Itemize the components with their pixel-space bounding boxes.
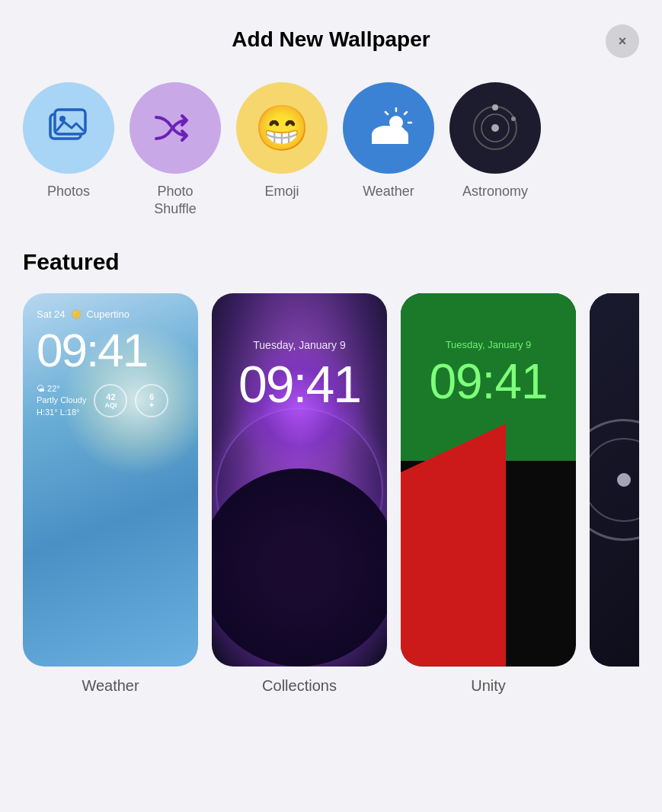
wallpaper-type-weather[interactable]: Weather xyxy=(343,82,434,219)
svg-line-4 xyxy=(405,112,407,114)
svg-rect-12 xyxy=(372,136,408,144)
weather-wp-top: Sat 24 ☀️ Cupertino xyxy=(37,308,184,320)
emoji-circle: 😁 xyxy=(236,82,328,174)
close-button[interactable]: × xyxy=(606,24,639,58)
weather-sun-icon: ☀️ xyxy=(70,308,82,320)
collections-wallpaper-label: Collections xyxy=(262,677,337,695)
unity-wallpaper-preview[interactable]: Tuesday, January 9 09:41 xyxy=(401,293,576,667)
weather-aqi-badge: 42 AQI xyxy=(94,384,127,417)
weather-date: Sat 24 xyxy=(37,308,66,320)
header: Add New Wallpaper × xyxy=(0,0,662,67)
wallpaper-type-shuffle[interactable]: PhotoShuffle xyxy=(130,82,221,219)
featured-item-weather[interactable]: Sat 24 ☀️ Cupertino 09:41 🌤 22° Partly C… xyxy=(23,293,198,695)
aqi-value: 42 xyxy=(106,392,115,401)
featured-item-unity[interactable]: Tuesday, January 9 09:41 Unity xyxy=(401,293,576,695)
collections-clock: 09:41 xyxy=(212,354,387,414)
wallpaper-type-emoji[interactable]: 😁 Emoji xyxy=(236,82,328,219)
collections-orb xyxy=(212,468,387,667)
emoji-label: Emoji xyxy=(264,183,299,200)
wallpaper-type-photos[interactable]: Photos xyxy=(23,82,114,219)
shuffle-label: PhotoShuffle xyxy=(154,183,197,219)
weather-stars-badge: 6 ✦ xyxy=(135,384,168,417)
weather-wallpaper-content: Sat 24 ☀️ Cupertino 09:41 🌤 22° Partly C… xyxy=(23,293,198,667)
weather-hilo: H:31° L:18° xyxy=(37,407,86,418)
weather-info: 🌤 22° Partly Cloudy H:31° L:18° xyxy=(37,383,86,418)
collections-wallpaper-preview[interactable]: Tuesday, January 9 09:41 xyxy=(212,293,387,667)
svg-point-17 xyxy=(511,117,516,121)
astronomy-partial-preview[interactable] xyxy=(590,293,639,667)
wallpaper-types-row: Photos PhotoShuffle 😁 Emoji xyxy=(0,67,662,234)
svg-rect-1 xyxy=(55,110,85,134)
weather-location: Cupertino xyxy=(87,308,130,320)
featured-section: Featured Sat 24 ☀️ Cupertino 09:41 xyxy=(0,234,662,695)
weather-circle xyxy=(343,82,434,174)
shuffle-icon xyxy=(153,111,197,145)
weather-temp-row: 🌤 22° xyxy=(37,383,86,395)
collections-date: Tuesday, January 9 xyxy=(212,339,387,351)
photos-label: Photos xyxy=(47,183,90,200)
featured-item-collections[interactable]: Tuesday, January 9 09:41 Collections xyxy=(212,293,387,695)
photos-circle xyxy=(23,82,114,174)
astronomy-circle xyxy=(449,82,541,174)
weather-wp-bottom: 🌤 22° Partly Cloudy H:31° L:18° 42 AQI 6… xyxy=(37,383,184,418)
wallpaper-type-astronomy[interactable]: Astronomy xyxy=(449,82,541,219)
svg-point-15 xyxy=(491,124,499,132)
svg-line-7 xyxy=(385,112,388,114)
svg-point-16 xyxy=(492,104,498,110)
weather-icon xyxy=(363,107,414,149)
photos-icon xyxy=(46,105,91,151)
aqi-label: AQI xyxy=(104,401,117,409)
weather-wallpaper-label: Weather xyxy=(82,677,139,695)
unity-clock: 09:41 xyxy=(401,353,576,410)
stars-value: 6 xyxy=(149,392,154,401)
stars-icon: ✦ xyxy=(149,401,155,409)
astro-center-dot xyxy=(617,473,631,487)
astronomy-icon xyxy=(468,101,523,155)
modal: Add New Wallpaper × Photos xyxy=(0,0,662,812)
astronomy-label: Astronomy xyxy=(462,183,528,200)
collections-time: Tuesday, January 9 09:41 xyxy=(212,339,387,414)
weather-type-label: Weather xyxy=(363,183,414,200)
unity-time: Tuesday, January 9 09:41 xyxy=(401,339,576,410)
shuffle-circle xyxy=(130,82,221,174)
weather-condition: Partly Cloudy xyxy=(37,395,86,406)
unity-wallpaper-label: Unity xyxy=(471,677,506,695)
modal-title: Add New Wallpaper xyxy=(232,27,430,52)
weather-wallpaper-preview[interactable]: Sat 24 ☀️ Cupertino 09:41 🌤 22° Partly C… xyxy=(23,293,198,667)
featured-item-partial[interactable] xyxy=(590,293,639,695)
unity-date: Tuesday, January 9 xyxy=(401,339,576,350)
weather-clock: 09:41 xyxy=(37,323,184,377)
astro-ring-inner xyxy=(590,438,639,522)
featured-title: Featured xyxy=(23,249,639,275)
featured-grid: Sat 24 ☀️ Cupertino 09:41 🌤 22° Partly C… xyxy=(23,293,639,695)
